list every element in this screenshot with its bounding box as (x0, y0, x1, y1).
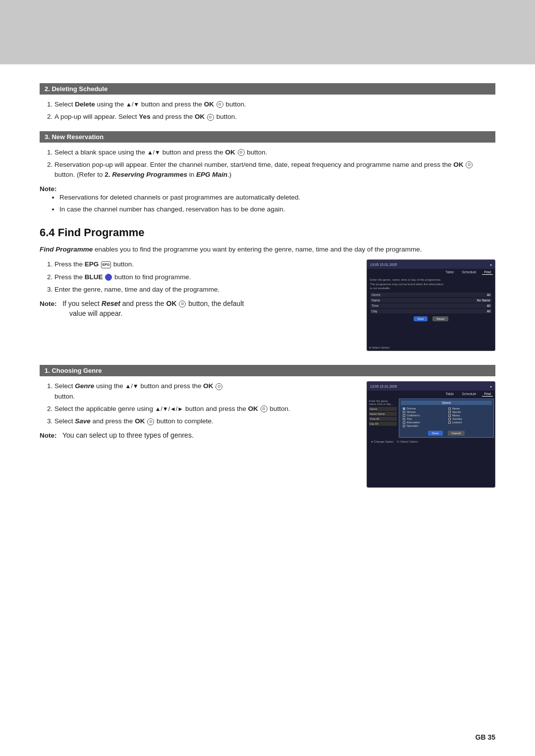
find-programme-section: Press the EPG EPG button. Press the BLUE… (40, 259, 495, 351)
genre-arts: Arts (403, 417, 444, 420)
screen-reset-btn: Reset (432, 316, 448, 321)
genre-screen-indicator: ● (490, 385, 492, 388)
screen-field-name: Name No Name (370, 298, 492, 302)
genre-tab-table: Table (443, 392, 456, 397)
reservation-notes-list: Reservations for deleted channels or pas… (59, 193, 495, 214)
page-number: GB 35 (476, 733, 495, 741)
genre-save-btn: Save (428, 431, 443, 436)
find-programme-steps: Press the EPG EPG button. Press the BLUE… (54, 259, 357, 295)
deleting-step-2: A pop-up will appear. Select Yes and pre… (54, 112, 495, 122)
deleting-steps: Select Delete using the ▲/▼ button and p… (54, 100, 495, 122)
screen-mock-find: 13:05 15.01.2005 ● Table Schedule Find E… (367, 259, 495, 351)
genre-text: Select Genre using the ▲/▼ button and pr… (40, 381, 357, 443)
genre-popup: Genre Drama News (399, 399, 494, 438)
genre-shows: Shows (403, 410, 444, 413)
screen-bottom-hint: ● Select Option (369, 346, 389, 349)
genre-education-checkbox (403, 421, 405, 424)
find-programme-intro: Find Programme enables you to find the p… (40, 244, 495, 255)
find-note-continuation: value will appear. (69, 309, 357, 317)
screen-tab-table: Table (443, 270, 456, 275)
genre-drama: Drama (403, 407, 444, 410)
section-header-deleting: 2. Deleting Schedule (40, 83, 495, 95)
genre-tab-find: Find (482, 392, 493, 397)
genre-note: Note: You can select up to three types o… (40, 431, 357, 439)
genre-step-3: Select Save and press the OK ⊙ button to… (54, 416, 357, 426)
genre-left-panel: Enter the genre, name, time or day... Ge… (368, 399, 398, 438)
genre-society-checkbox (448, 418, 451, 420)
genre-education: Education (403, 421, 444, 424)
genre-news-checkbox (448, 407, 451, 410)
find-programme-screen: 13:05 15.01.2005 ● Table Schedule Find E… (367, 259, 495, 351)
choosing-genre-section: Select Genre using the ▲/▼ button and pr… (40, 381, 495, 488)
genre-step-1: Select Genre using the ▲/▼ button and pr… (54, 381, 357, 402)
genre-arts-checkbox (403, 418, 405, 420)
genre-screen-top-bar: 13:05 15.01.2005 ● (367, 382, 495, 391)
top-banner (0, 0, 535, 64)
reservation-step-1: Select a blank space using the ▲/▼ butto… (54, 148, 495, 157)
section-header-genre: 1. Choosing Genre (40, 365, 495, 376)
genre-childrens: Children's (403, 414, 444, 417)
deleting-step-1: Select Delete using the ▲/▼ button and p… (54, 100, 495, 109)
screen-tabs: Table Schedule Find (367, 269, 495, 276)
screen-buttons: Start Reset (370, 316, 492, 321)
genre-screen-body: Enter the genre, name, time or day... Ge… (367, 398, 495, 439)
find-step-3: Enter the genre, name, time and day of t… (54, 285, 357, 295)
main-content: 2. Deleting Schedule Select Delete using… (0, 64, 535, 507)
screen-mock-genre: 13:05 15.01.2005 ● Table Schedule Find E… (367, 381, 495, 488)
screen-start-btn: Start (414, 316, 428, 321)
genre-cancel-btn: Cancel (448, 431, 465, 436)
genre-popup-label: Genre (401, 401, 492, 405)
reservation-note-2: In case the channel number has changed, … (59, 204, 495, 214)
genre-sports: Sports (448, 410, 490, 413)
screen-field-time: Time All (370, 303, 492, 308)
screen-tab-schedule: Schedule (460, 270, 478, 275)
genre-sports-checkbox (448, 411, 451, 413)
genre-screen-time: 13:05 15.01.2005 (370, 385, 397, 388)
genre-society: Society (448, 417, 490, 420)
reservation-note: Note: Reservations for deleted channels … (40, 185, 495, 214)
genre-step-2: Select the applicable genre using ▲/▼/◄/… (54, 404, 357, 414)
genre-screen-bottom-hints: ● Change Option ⊙ Select Option (369, 439, 495, 444)
genre-leisure-checkbox (448, 421, 451, 424)
reservation-step-2: Reservation pop-up will appear. Enter th… (54, 160, 495, 180)
find-note: Note: If you select Reset and press the … (40, 300, 357, 317)
genre-music: Music (448, 414, 490, 417)
find-programme-title: 6.4 Find Programme (40, 226, 495, 239)
genre-shows-checkbox (403, 411, 405, 413)
find-step-2: Press the BLUE button to find programme. (54, 272, 357, 282)
genre-drama-checkbox (403, 407, 405, 410)
screen-top-bar: 13:05 15.01.2005 ● (367, 260, 495, 269)
genre-specials: Specials (403, 424, 444, 427)
genre-screen-tabs: Table Schedule Find (367, 391, 495, 398)
genre-music-checkbox (448, 414, 451, 417)
genre-grid: Drama News Shows (401, 406, 492, 428)
genre-tab-schedule: Schedule (460, 392, 478, 397)
genre-leisure: Leisure (448, 421, 490, 424)
screen-tab-find: Find (482, 270, 493, 275)
reservation-note-1: Reservations for deleted channels or pas… (59, 193, 495, 202)
genre-news: News (448, 407, 490, 410)
find-step-1: Press the EPG EPG button. (54, 259, 357, 269)
genre-screen: 13:05 15.01.2005 ● Table Schedule Find E… (367, 381, 495, 488)
genre-popup-buttons: Save Cancel (401, 431, 492, 436)
screen-body: Enter the genre, name, time or day of th… (367, 276, 495, 323)
find-programme-text: Press the EPG EPG button. Press the BLUE… (40, 259, 357, 321)
genre-specials-checkbox (403, 425, 405, 427)
section-header-reservation: 3. New Reservation (40, 131, 495, 143)
genre-steps: Select Genre using the ▲/▼ button and pr… (54, 381, 357, 426)
reservation-steps: Select a blank space using the ▲/▼ butto… (54, 148, 495, 180)
screen-time: 13:05 15.01.2005 (370, 263, 397, 266)
screen-field-genre: Genre All (370, 293, 492, 297)
genre-childrens-checkbox (403, 414, 405, 417)
screen-field-day: Day All (370, 309, 492, 313)
screen-info-text: Enter the genre, name, time or day of th… (370, 278, 492, 290)
screen-indicator: ● (490, 263, 492, 266)
